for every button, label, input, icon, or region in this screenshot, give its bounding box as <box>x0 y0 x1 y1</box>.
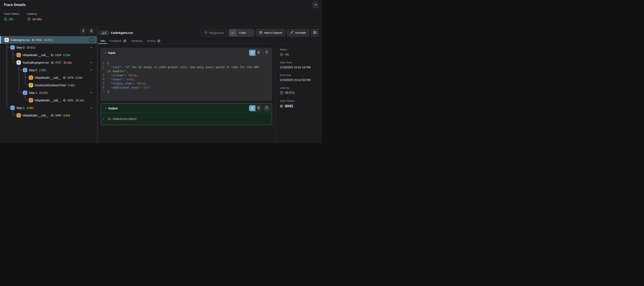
code-text: "task": "If the US keeps it 2024 growth … <box>108 65 262 73</box>
code-dropdown[interactable]: Code <box>229 29 254 36</box>
latency-toggle-button[interactable] <box>88 28 94 34</box>
tokens-icon <box>51 114 54 117</box>
toggle-details-panel-button[interactable] <box>311 29 319 36</box>
token-count: 6041 <box>32 38 42 42</box>
collapse-input-chevron-icon[interactable] <box>103 51 108 55</box>
span-latency: 3.94s <box>63 114 70 117</box>
collapse-chevron-icon[interactable] <box>89 37 94 42</box>
detail-value: 1/15/2025 15:41:50 PM <box>280 78 320 82</box>
clock-icon <box>27 17 31 21</box>
agent-icon <box>4 38 9 42</box>
tokens-icon <box>63 76 66 79</box>
tab-attributes[interactable]: Attributes <box>129 38 145 44</box>
detail-label: End Time <box>280 74 320 77</box>
line-number: 3 <box>102 73 104 77</box>
copy-input-button[interactable] <box>264 49 270 56</box>
tree-row-toolcallingagent-run[interactable]: ToolCallingAgent.run472730.30s <box>0 59 97 66</box>
fold-gutter <box>104 90 108 94</box>
span-latency: 30.30s <box>63 61 72 64</box>
line-number: 1 <box>102 117 104 121</box>
tokens-icon <box>51 53 54 57</box>
tokens-icon <box>280 104 284 108</box>
details-sidebar: Status OKStart Time 1/15/2025 15:41:16 P… <box>276 44 322 143</box>
token-count: 2228 <box>51 53 61 57</box>
input-title: Input <box>108 51 115 54</box>
tree-row-step-0[interactable]: Step 01.09s <box>0 66 97 74</box>
tree-row-step-1[interactable]: Step 13.96s <box>0 104 97 112</box>
fold-chevron-icon[interactable]: ⌄ <box>104 61 108 65</box>
tokens-icon <box>63 99 66 102</box>
collapse-chevron-icon[interactable] <box>89 60 94 65</box>
tab-events[interactable]: Events0 <box>145 38 163 44</box>
collapse-chevron-icon[interactable] <box>89 45 94 50</box>
detail-label: Start Time <box>280 61 320 64</box>
fold-gutter <box>104 73 108 77</box>
span-tabs: InfoFeedback0AttributesEvents0 <box>98 38 322 44</box>
tab-info[interactable]: Info <box>98 38 108 44</box>
collapse-chevron-icon[interactable] <box>89 105 94 110</box>
content: CodeAgent.run604134.57s Step 030.61s HfA… <box>0 26 322 143</box>
detail-value: OK <box>280 53 320 56</box>
document-view-button[interactable] <box>256 50 262 56</box>
add-to-dataset-button[interactable]: Add to Dataset <box>256 29 285 36</box>
token-count: 3151 <box>63 99 73 102</box>
span-toolbar: Playground Code Add to Dataset <box>201 29 319 36</box>
stat-label: Latency <box>27 12 51 15</box>
output-title: Output <box>108 107 118 110</box>
detail-value: 6041 <box>280 104 320 108</box>
code-text: 22.58064516129032 <box>108 117 262 121</box>
code-line: 3 "stream": false, <box>102 73 262 77</box>
clipboard-icon <box>265 106 268 110</box>
code-line: 7} <box>102 90 262 94</box>
span-latency: 29.19s <box>75 99 84 102</box>
tree-row-step-0[interactable]: Step 030.61s <box>0 44 97 51</box>
clock-icon <box>280 91 284 95</box>
model-icon <box>16 53 21 57</box>
stat-value: 34.58s <box>27 17 51 21</box>
input-code: 1⌄{2 "task": "If the US keeps it 2024 gr… <box>101 57 272 100</box>
input-card: Input T <box>101 48 272 101</box>
selected-row-stripe <box>0 36 1 44</box>
span-name: HfApiModel.__call__ <box>22 53 48 57</box>
tree-row-hfapimodel-call-[interactable]: HfApiModel.__call__28903.94s <box>0 112 97 119</box>
tree-row-step-1[interactable]: Step 129.20s <box>0 89 97 96</box>
play-circle-icon <box>204 31 208 35</box>
playground-button[interactable]: Playground <box>201 29 227 36</box>
expand-rows-button[interactable] <box>80 28 86 34</box>
tab-count-badge: 0 <box>123 39 126 43</box>
span-name: HfApiModel.__call__ <box>35 99 61 102</box>
collapse-chevron-icon[interactable] <box>89 90 94 95</box>
line-number: 1 <box>102 61 104 65</box>
span-name: Step 0 <box>29 68 37 72</box>
tab-count-badge: 0 <box>157 39 160 43</box>
database-icon <box>259 31 262 35</box>
detail-item: End Time 1/15/2025 15:41:50 PM <box>280 74 320 82</box>
tree-row-hfapimodel-call-[interactable]: HfApiModel.__call__22280.25s <box>0 51 97 59</box>
text-view-button[interactable]: T <box>249 50 256 56</box>
step-icon <box>23 68 27 72</box>
span-name: Step 0 <box>16 46 24 49</box>
token-count: 1576 <box>63 76 73 79</box>
tree-row-duckduckgosearchtool[interactable]: DuckDuckGoSearchTool0.98s <box>0 81 97 89</box>
model-icon <box>29 75 33 80</box>
document-view-button[interactable] <box>256 105 262 111</box>
text-view-button[interactable]: T <box>249 105 256 111</box>
tab-feedback[interactable]: Feedback0 <box>108 38 129 44</box>
collapse-chevron-icon[interactable] <box>89 67 94 73</box>
code-line: 1⌄{ <box>102 61 262 65</box>
code-text: { <box>108 61 262 65</box>
copy-output-button[interactable] <box>264 105 270 111</box>
check-circle-icon <box>4 17 7 21</box>
close-button[interactable] <box>312 2 319 8</box>
span-name: ToolCallingAgent.run <box>22 61 49 64</box>
annotate-button[interactable]: Annotate <box>287 29 309 36</box>
pencil-icon <box>290 31 294 35</box>
line-number: 7 <box>102 90 104 94</box>
tree-row-codeagent-run[interactable]: CodeAgent.run604134.57s <box>0 36 97 44</box>
tree-row-hfapimodel-call-[interactable]: HfApiModel.__call__15760.09s <box>0 74 97 81</box>
document-icon <box>257 106 260 110</box>
collapse-output-chevron-icon[interactable] <box>103 106 108 111</box>
model-icon <box>29 98 33 102</box>
tokens-icon <box>32 38 35 42</box>
tree-row-hfapimodel-call-[interactable]: HfApiModel.__call__315129.19s <box>0 96 97 104</box>
